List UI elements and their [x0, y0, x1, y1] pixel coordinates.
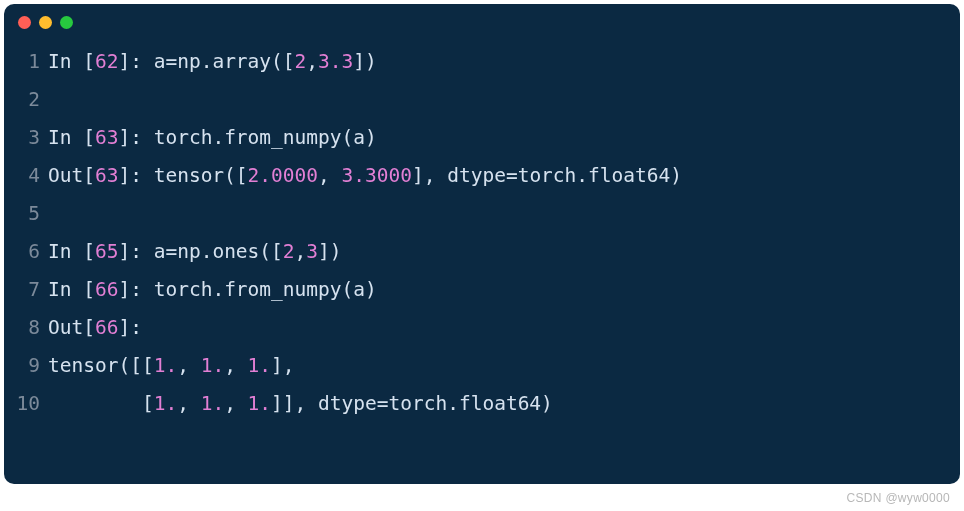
- token-bracket: [: [83, 240, 95, 263]
- code-line: 7In [66]: torch.from_numpy(a): [10, 271, 954, 309]
- token-ident: ]: tensor([: [118, 164, 247, 187]
- token-num: 1.: [154, 354, 177, 377]
- token-bracket: [: [83, 278, 95, 301]
- line-number: 9: [10, 347, 48, 385]
- token-ident: Out[: [48, 316, 95, 339]
- line-content: In [65]: a=np.ones([2,3]): [48, 233, 342, 271]
- token-ident: tensor([[: [48, 354, 154, 377]
- token-num: 63: [95, 126, 118, 149]
- code-line: 1In [62]: a=np.array([2,3.3]): [10, 43, 954, 81]
- token-ident: ]): [318, 240, 341, 263]
- token-num: 1.: [201, 392, 224, 415]
- token-ident: ]: torch.from_numpy(a): [118, 126, 376, 149]
- token-ident: ,: [224, 392, 247, 415]
- token-num: 1.: [248, 392, 271, 415]
- token-num: 3: [306, 240, 318, 263]
- maximize-icon[interactable]: [60, 16, 73, 29]
- token-bracket: [: [83, 126, 95, 149]
- line-number: 2: [10, 81, 48, 119]
- code-line: 8Out[66]:: [10, 309, 954, 347]
- token-ident: ],: [271, 354, 294, 377]
- token-ident: ,: [306, 50, 318, 73]
- code-line: 9tensor([[1., 1., 1.],: [10, 347, 954, 385]
- code-line: 2: [10, 81, 954, 119]
- token-num: 3.3000: [342, 164, 412, 187]
- token-num: 66: [95, 278, 118, 301]
- line-number: 7: [10, 271, 48, 309]
- line-number: 1: [10, 43, 48, 81]
- token-ident: In: [48, 50, 83, 73]
- token-num: 66: [95, 316, 118, 339]
- code-line: 3In [63]: torch.from_numpy(a): [10, 119, 954, 157]
- token-bracket: [: [83, 50, 95, 73]
- line-number: 3: [10, 119, 48, 157]
- line-number: 5: [10, 195, 48, 233]
- token-num: 62: [95, 50, 118, 73]
- token-ident: ,: [224, 354, 247, 377]
- terminal-window: 1In [62]: a=np.array([2,3.3])23In [63]: …: [4, 4, 960, 484]
- line-content: [1., 1., 1.]], dtype=torch.float64): [48, 385, 553, 423]
- code-line: 5: [10, 195, 954, 233]
- window-titlebar: [4, 4, 960, 37]
- token-ident: ,: [177, 392, 200, 415]
- code-line: 4Out[63]: tensor([2.0000, 3.3000], dtype…: [10, 157, 954, 195]
- minimize-icon[interactable]: [39, 16, 52, 29]
- token-ident: In: [48, 240, 83, 263]
- token-num: 1.: [154, 392, 177, 415]
- token-num: 3.3: [318, 50, 353, 73]
- token-ident: ]): [353, 50, 376, 73]
- line-number: 10: [10, 385, 48, 423]
- token-ident: In: [48, 126, 83, 149]
- token-num: 2: [283, 240, 295, 263]
- close-icon[interactable]: [18, 16, 31, 29]
- token-ident: ,: [295, 240, 307, 263]
- line-content: Out[63]: tensor([2.0000, 3.3000], dtype=…: [48, 157, 682, 195]
- token-num: 65: [95, 240, 118, 263]
- token-ident: ]], dtype=torch.float64): [271, 392, 553, 415]
- line-number: 4: [10, 157, 48, 195]
- token-ident: ]:: [118, 316, 141, 339]
- line-number: 6: [10, 233, 48, 271]
- token-ident: ]: a=np.ones([: [118, 240, 282, 263]
- token-ident: [: [48, 392, 154, 415]
- line-content: In [62]: a=np.array([2,3.3]): [48, 43, 377, 81]
- code-block: 1In [62]: a=np.array([2,3.3])23In [63]: …: [4, 37, 960, 433]
- token-num: 63: [95, 164, 118, 187]
- token-ident: ], dtype=torch.float64): [412, 164, 682, 187]
- line-content: tensor([[1., 1., 1.],: [48, 347, 295, 385]
- line-content: In [66]: torch.from_numpy(a): [48, 271, 377, 309]
- token-ident: In: [48, 278, 83, 301]
- watermark-text: CSDN @wyw0000: [847, 491, 950, 505]
- token-ident: Out[: [48, 164, 95, 187]
- token-ident: ]: a=np.array([: [118, 50, 294, 73]
- code-line: 6In [65]: a=np.ones([2,3]): [10, 233, 954, 271]
- line-content: Out[66]:: [48, 309, 142, 347]
- token-ident: ,: [177, 354, 200, 377]
- token-ident: ]: torch.from_numpy(a): [118, 278, 376, 301]
- token-num: 1.: [201, 354, 224, 377]
- token-num: 1.: [248, 354, 271, 377]
- line-number: 8: [10, 309, 48, 347]
- line-content: In [63]: torch.from_numpy(a): [48, 119, 377, 157]
- token-num: 2.0000: [248, 164, 318, 187]
- token-ident: ,: [318, 164, 341, 187]
- code-line: 10 [1., 1., 1.]], dtype=torch.float64): [10, 385, 954, 423]
- token-num: 2: [295, 50, 307, 73]
